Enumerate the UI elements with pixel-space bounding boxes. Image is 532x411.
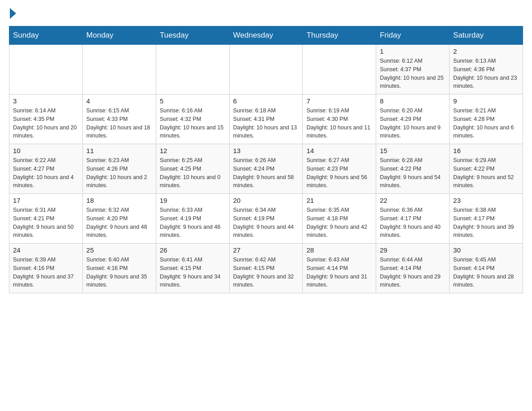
day-info: Sunrise: 6:15 AMSunset: 4:33 PMDaylight:… <box>86 107 152 140</box>
day-info: Sunrise: 6:12 AMSunset: 4:37 PMDaylight:… <box>380 57 446 90</box>
calendar-cell: 23Sunrise: 6:38 AMSunset: 4:17 PMDayligh… <box>450 194 523 244</box>
calendar-cell: 4Sunrise: 6:15 AMSunset: 4:33 PMDaylight… <box>82 94 156 144</box>
day-info: Sunrise: 6:40 AMSunset: 4:16 PMDaylight:… <box>86 256 152 289</box>
day-info: Sunrise: 6:44 AMSunset: 4:14 PMDaylight:… <box>380 256 446 289</box>
calendar-cell: 18Sunrise: 6:32 AMSunset: 4:20 PMDayligh… <box>82 194 156 244</box>
calendar-cell: 9Sunrise: 6:21 AMSunset: 4:28 PMDaylight… <box>450 94 523 144</box>
day-info: Sunrise: 6:36 AMSunset: 4:17 PMDaylight:… <box>380 206 446 240</box>
day-number: 29 <box>380 246 446 254</box>
day-info: Sunrise: 6:31 AMSunset: 4:21 PMDaylight:… <box>13 206 79 240</box>
day-info: Sunrise: 6:23 AMSunset: 4:26 PMDaylight:… <box>86 156 152 190</box>
calendar-table: SundayMondayTuesdayWednesdayThursdayFrid… <box>9 26 523 293</box>
calendar-cell: 3Sunrise: 6:14 AMSunset: 4:35 PMDaylight… <box>9 94 83 144</box>
day-info: Sunrise: 6:41 AMSunset: 4:15 PMDaylight:… <box>160 256 226 289</box>
day-info: Sunrise: 6:13 AMSunset: 4:36 PMDaylight:… <box>453 57 519 90</box>
calendar-cell: 28Sunrise: 6:43 AMSunset: 4:14 PMDayligh… <box>303 244 376 293</box>
day-of-week-header: Sunday <box>9 26 83 45</box>
day-number: 4 <box>86 97 152 105</box>
calendar-cell: 13Sunrise: 6:26 AMSunset: 4:24 PMDayligh… <box>229 144 303 194</box>
calendar-cell: 10Sunrise: 6:22 AMSunset: 4:27 PMDayligh… <box>9 144 83 194</box>
calendar-cell: 19Sunrise: 6:33 AMSunset: 4:19 PMDayligh… <box>156 194 229 244</box>
day-number: 19 <box>160 197 226 204</box>
day-of-week-header: Monday <box>82 26 156 45</box>
calendar-cell: 29Sunrise: 6:44 AMSunset: 4:14 PMDayligh… <box>376 244 450 293</box>
day-info: Sunrise: 6:19 AMSunset: 4:30 PMDaylight:… <box>306 107 372 140</box>
calendar-week-row: 1Sunrise: 6:12 AMSunset: 4:37 PMDaylight… <box>9 45 523 94</box>
day-info: Sunrise: 6:29 AMSunset: 4:22 PMDaylight:… <box>453 156 519 190</box>
day-number: 30 <box>453 246 519 254</box>
calendar-cell <box>229 45 303 94</box>
day-number: 11 <box>86 147 152 154</box>
day-of-week-header: Friday <box>376 26 450 45</box>
calendar-cell: 17Sunrise: 6:31 AMSunset: 4:21 PMDayligh… <box>9 194 83 244</box>
day-info: Sunrise: 6:39 AMSunset: 4:16 PMDaylight:… <box>13 256 79 289</box>
calendar-week-row: 24Sunrise: 6:39 AMSunset: 4:16 PMDayligh… <box>9 244 523 293</box>
calendar-cell: 11Sunrise: 6:23 AMSunset: 4:26 PMDayligh… <box>82 144 156 194</box>
day-info: Sunrise: 6:25 AMSunset: 4:25 PMDaylight:… <box>160 156 226 190</box>
day-info: Sunrise: 6:45 AMSunset: 4:14 PMDaylight:… <box>453 256 519 289</box>
calendar-cell <box>156 45 229 94</box>
calendar-cell: 7Sunrise: 6:19 AMSunset: 4:30 PMDaylight… <box>303 94 376 144</box>
day-info: Sunrise: 6:22 AMSunset: 4:27 PMDaylight:… <box>13 156 79 190</box>
day-info: Sunrise: 6:35 AMSunset: 4:18 PMDaylight:… <box>306 206 372 240</box>
calendar-week-row: 17Sunrise: 6:31 AMSunset: 4:21 PMDayligh… <box>9 194 523 244</box>
day-number: 21 <box>306 197 372 204</box>
day-number: 22 <box>380 197 446 204</box>
calendar-cell <box>82 45 156 94</box>
calendar-cell: 1Sunrise: 6:12 AMSunset: 4:37 PMDaylight… <box>376 45 450 94</box>
day-of-week-header: Tuesday <box>156 26 229 45</box>
day-number: 3 <box>13 97 79 105</box>
calendar-cell: 22Sunrise: 6:36 AMSunset: 4:17 PMDayligh… <box>376 194 450 244</box>
page-header <box>9 9 523 17</box>
calendar-cell: 20Sunrise: 6:34 AMSunset: 4:19 PMDayligh… <box>229 194 303 244</box>
day-of-week-header: Saturday <box>450 26 523 45</box>
day-number: 8 <box>380 97 446 105</box>
day-number: 24 <box>13 246 79 254</box>
calendar-cell: 30Sunrise: 6:45 AMSunset: 4:14 PMDayligh… <box>450 244 523 293</box>
day-of-week-header: Thursday <box>303 26 376 45</box>
calendar-cell: 5Sunrise: 6:16 AMSunset: 4:32 PMDaylight… <box>156 94 229 144</box>
day-number: 12 <box>160 147 226 154</box>
day-info: Sunrise: 6:21 AMSunset: 4:28 PMDaylight:… <box>453 107 519 140</box>
day-info: Sunrise: 6:43 AMSunset: 4:14 PMDaylight:… <box>306 256 372 289</box>
day-of-week-header: Wednesday <box>229 26 303 45</box>
day-info: Sunrise: 6:34 AMSunset: 4:19 PMDaylight:… <box>233 206 299 240</box>
day-number: 23 <box>453 197 519 204</box>
logo-arrow-icon <box>10 8 16 19</box>
day-info: Sunrise: 6:32 AMSunset: 4:20 PMDaylight:… <box>86 206 152 240</box>
day-number: 9 <box>453 97 519 105</box>
calendar-cell <box>9 45 83 94</box>
calendar-cell: 26Sunrise: 6:41 AMSunset: 4:15 PMDayligh… <box>156 244 229 293</box>
day-number: 5 <box>160 97 226 105</box>
day-number: 25 <box>86 246 152 254</box>
calendar-cell: 8Sunrise: 6:20 AMSunset: 4:29 PMDaylight… <box>376 94 450 144</box>
calendar-cell: 15Sunrise: 6:28 AMSunset: 4:22 PMDayligh… <box>376 144 450 194</box>
day-info: Sunrise: 6:28 AMSunset: 4:22 PMDaylight:… <box>380 156 446 190</box>
day-info: Sunrise: 6:16 AMSunset: 4:32 PMDaylight:… <box>160 107 226 140</box>
logo-top <box>9 9 16 19</box>
calendar-cell: 25Sunrise: 6:40 AMSunset: 4:16 PMDayligh… <box>82 244 156 293</box>
day-number: 13 <box>233 147 299 154</box>
day-number: 1 <box>380 47 446 55</box>
day-number: 17 <box>13 197 79 204</box>
day-number: 16 <box>453 147 519 154</box>
calendar-cell: 2Sunrise: 6:13 AMSunset: 4:36 PMDaylight… <box>450 45 523 94</box>
day-info: Sunrise: 6:18 AMSunset: 4:31 PMDaylight:… <box>233 107 299 140</box>
day-number: 14 <box>306 147 372 154</box>
day-info: Sunrise: 6:42 AMSunset: 4:15 PMDaylight:… <box>233 256 299 289</box>
calendar-cell <box>303 45 376 94</box>
calendar-header-row: SundayMondayTuesdayWednesdayThursdayFrid… <box>9 26 523 45</box>
calendar-cell: 27Sunrise: 6:42 AMSunset: 4:15 PMDayligh… <box>229 244 303 293</box>
day-number: 28 <box>306 246 372 254</box>
day-number: 10 <box>13 147 79 154</box>
calendar-cell: 6Sunrise: 6:18 AMSunset: 4:31 PMDaylight… <box>229 94 303 144</box>
day-number: 15 <box>380 147 446 154</box>
calendar-week-row: 3Sunrise: 6:14 AMSunset: 4:35 PMDaylight… <box>9 94 523 144</box>
day-number: 7 <box>306 97 372 105</box>
day-info: Sunrise: 6:33 AMSunset: 4:19 PMDaylight:… <box>160 206 226 240</box>
day-number: 2 <box>453 47 519 55</box>
calendar-week-row: 10Sunrise: 6:22 AMSunset: 4:27 PMDayligh… <box>9 144 523 194</box>
calendar-cell: 12Sunrise: 6:25 AMSunset: 4:25 PMDayligh… <box>156 144 229 194</box>
calendar-cell: 21Sunrise: 6:35 AMSunset: 4:18 PMDayligh… <box>303 194 376 244</box>
calendar-cell: 14Sunrise: 6:27 AMSunset: 4:23 PMDayligh… <box>303 144 376 194</box>
